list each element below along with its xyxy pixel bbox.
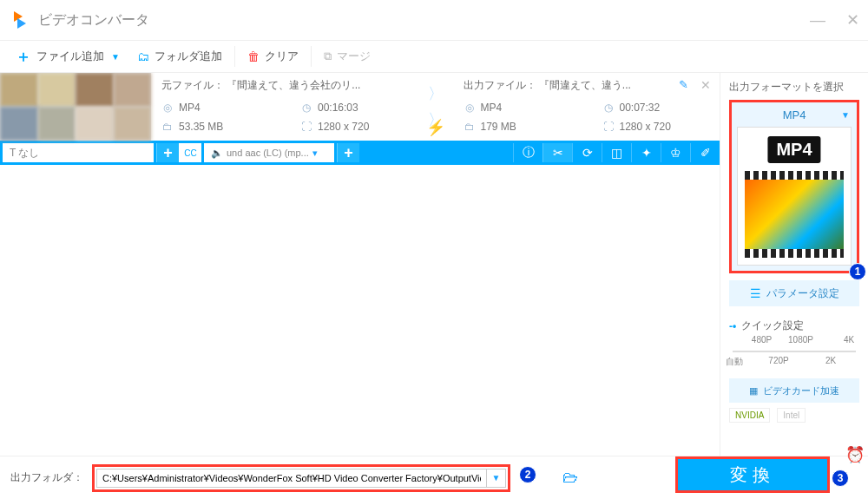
side-title: 出力フォーマットを選択 xyxy=(729,80,859,95)
watermark-button[interactable]: ♔ xyxy=(661,143,690,162)
output-filename: 『間違えて、違う... xyxy=(539,79,631,91)
rotate-button[interactable]: ⟳ xyxy=(572,143,602,162)
merge-icon: ⧉ xyxy=(324,49,332,63)
folder-icon: 🗀 xyxy=(464,121,476,133)
item-toolbar: T なし + CC 🔈und aac (LC) (mp...▾ + ⓘ ✂ ⟳ … xyxy=(0,141,720,165)
edit-button[interactable]: ✐ xyxy=(690,143,720,162)
nvidia-badge: NVIDIA xyxy=(729,408,770,423)
chevron-down-icon[interactable]: ▼ xyxy=(841,110,850,120)
quality-slider[interactable]: 480P 1080P 4K 自動 720P 2K xyxy=(729,340,859,363)
crop-button[interactable]: ◫ xyxy=(602,143,631,162)
step-badge-2: 2 xyxy=(519,466,536,483)
file-item: 元ファイル： 『間違えて、違う会社のリ... ◎MP4 ◷00:16:03 🗀5… xyxy=(0,73,720,141)
thumbnail[interactable] xyxy=(0,73,151,141)
quick-settings-label: クイック設定 xyxy=(741,318,804,333)
disc-icon: ◎ xyxy=(161,102,174,114)
minimize-button[interactable]: — xyxy=(810,11,825,30)
window-title: ビデオコンバータ xyxy=(38,11,149,30)
step-badge-3: 3 xyxy=(832,469,849,487)
output-format-selector[interactable]: MP4 ▼ MP4 xyxy=(729,100,859,273)
clear-button[interactable]: 🗑 クリア xyxy=(239,41,307,72)
cc-button[interactable]: CC xyxy=(179,143,201,162)
bolt-icon: ⚡ xyxy=(426,118,445,137)
cut-button[interactable]: ✂ xyxy=(542,143,572,162)
edit-icon[interactable]: ✎ xyxy=(679,78,688,91)
output-folder-input[interactable] xyxy=(96,469,487,488)
merge-button[interactable]: ⧉ マージ xyxy=(315,41,379,72)
resolution-icon: ⛶ xyxy=(300,121,312,133)
info-button[interactable]: ⓘ xyxy=(513,143,542,162)
trash-icon: 🗑 xyxy=(247,49,260,63)
gpu-accel-button[interactable]: ▦ ビデオカード加速 xyxy=(729,378,859,403)
parameter-settings-button[interactable]: ☰ パラメータ設定 xyxy=(729,280,859,306)
source-filename: 『間違えて、違う会社のリ... xyxy=(227,79,360,91)
output-folder-label: 出力フォルダ： xyxy=(10,470,83,485)
resolution-icon: ⛶ xyxy=(602,121,615,133)
open-folder-button[interactable]: 🗁 xyxy=(562,469,578,487)
plus-icon: ＋ xyxy=(16,46,31,67)
convert-button[interactable]: 変換 xyxy=(678,459,827,490)
app-logo xyxy=(12,11,30,29)
effects-button[interactable]: ✦ xyxy=(631,143,661,162)
output-folder-dropdown[interactable]: ▼ xyxy=(487,469,506,488)
clock-icon: ◷ xyxy=(300,102,312,114)
add-subtitle-button[interactable]: + xyxy=(156,143,179,162)
format-preview: MP4 xyxy=(737,127,852,266)
disc-icon: ◎ xyxy=(464,102,476,114)
add-audio-button[interactable]: + xyxy=(337,143,359,162)
chip-icon: ▦ xyxy=(749,385,758,397)
step-badge-1: 1 xyxy=(849,263,866,280)
remove-item-button[interactable]: ✕ xyxy=(700,78,711,92)
clock-icon: ◷ xyxy=(602,102,615,114)
close-button[interactable]: ✕ xyxy=(846,10,859,30)
add-folder-button[interactable]: 🗂 フォルダ追加 xyxy=(128,41,231,72)
folder-icon: 🗀 xyxy=(161,121,174,133)
format-label: MP4 xyxy=(783,108,806,121)
add-file-button[interactable]: ＋ ファイル追加 ▼ xyxy=(7,41,128,72)
chevron-down-icon[interactable]: ▼ xyxy=(111,52,120,62)
arrow-right-icon: 〉 xyxy=(428,83,444,104)
subtitle-field[interactable]: T なし xyxy=(3,143,154,162)
audio-field[interactable]: 🔈und aac (LC) (mp...▾ xyxy=(204,143,334,162)
intel-badge: Intel xyxy=(777,408,806,423)
schedule-icon[interactable]: ⏰ xyxy=(845,445,865,464)
sliders-icon: ☰ xyxy=(750,286,761,300)
folder-icon: 🗂 xyxy=(137,49,149,63)
